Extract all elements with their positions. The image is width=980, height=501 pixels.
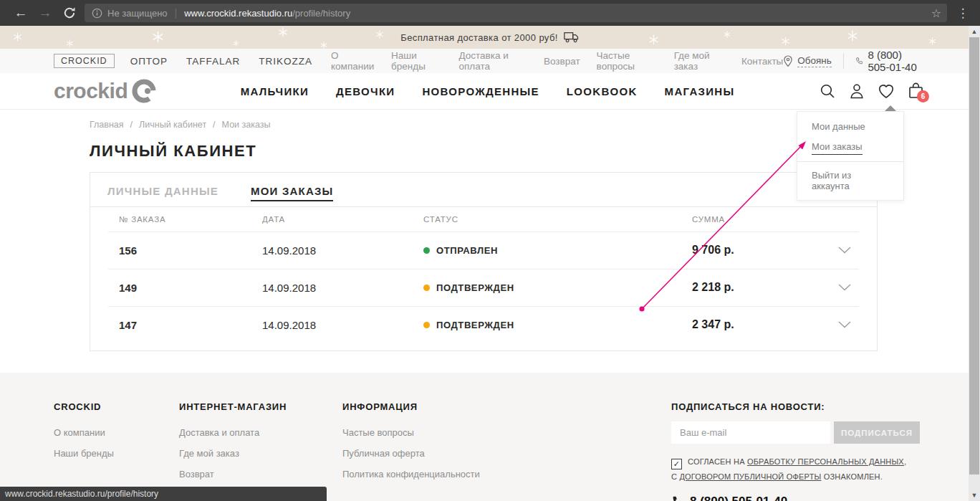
main-nav: МАЛЬЧИКИ ДЕВОЧКИ НОВОРОЖДЕННЫЕ LOOKBOOK … [241,85,735,97]
tabs: ЛИЧНЫЕ ДАННЫЕ МОИ ЗАКАЗЫ [90,173,877,207]
footer-link-privacy[interactable]: Политика конфиденциальности [342,469,579,479]
snowflake-icon [152,31,164,46]
email-input[interactable] [671,421,830,444]
nav-boys[interactable]: МАЛЬЧИКИ [241,85,309,97]
city-selector[interactable]: Обоянь [783,55,832,67]
footer-phone-number: 8 (800) 505-01-40 [690,495,787,501]
nav-stores[interactable]: МАГАЗИНЫ [665,85,735,97]
footer-link-faq[interactable]: Частые вопросы [342,427,579,438]
brand-tab-crockid[interactable]: CROCKID [54,54,115,68]
logo[interactable]: crockid [54,77,158,105]
order-date: 14.09.2018 [262,244,423,257]
free-shipping-text: Бесплатная доставка от 2000 руб! [400,32,558,43]
snowflake-icon [781,36,790,49]
snowflake-icon [375,29,384,42]
chevron-down-icon [838,247,851,254]
breadcrumb-home[interactable]: Главная [90,120,124,130]
browser-menu-icon[interactable]: ⋮ [953,6,973,21]
status-label: ПОДТВЕРЖДЕН [436,282,514,293]
reload-icon [62,6,77,20]
account-button[interactable] [848,82,865,100]
consent-text: ✓СОГЛАСЕН НА ОБРАБОТКУ ПЕРСОНАЛЬНЫХ ДАНН… [671,454,926,485]
search-button[interactable] [819,82,836,100]
scroll-up-button[interactable]: ▲ [969,26,980,37]
brand-tab-optor[interactable]: ОПТОР [130,56,168,67]
scroll-down-button[interactable]: ▼ [969,490,980,501]
menu-item-my-orders[interactable]: Мои заказы [812,141,863,155]
footer-link-about[interactable]: О компании [54,427,179,438]
footer-phone[interactable]: 8 (800) 505-01-40 [671,495,926,501]
subscribe-title: ПОДПИСАТЬСЯ НА НОВОСТИ: [671,401,926,412]
footer-link-delivery[interactable]: Доставка и оплата [179,427,342,438]
link-where-is-my-order[interactable]: Где мой заказ [674,50,725,72]
order-number: 147 [119,319,262,331]
reload-button[interactable] [57,6,82,20]
footer-link-our-brands[interactable]: Наши бренды [54,448,179,459]
footer-link-where-order[interactable]: Где мой заказ [179,448,342,459]
divider [843,53,844,69]
order-row[interactable]: 149 14.09.2018 ПОДТВЕРЖДЕН 2 218 р. [90,269,877,306]
status-label: ОТПРАВЛЕН [436,245,498,256]
link-about[interactable]: О компании [331,50,375,72]
url-host: www.crockid.rekastudio.ru [184,8,292,19]
cart-button[interactable]: 6 [907,82,924,100]
expand-order-button[interactable] [838,321,877,328]
utility-nav: CROCKID ОПТОР TAFFALAR TRIKOZZA О компан… [0,49,980,73]
back-button[interactable]: ← [9,5,33,21]
order-sum: 9 706 р. [692,244,834,257]
forward-button[interactable]: → [33,5,57,21]
order-status: ОТПРАВЛЕН [423,245,692,256]
order-row[interactable]: 156 14.09.2018 ОТПРАВЛЕН 9 706 р. [90,232,877,269]
footer-link-returns[interactable]: Возврат [179,469,342,479]
expand-order-button[interactable] [838,247,877,254]
link-returns[interactable]: Возврат [544,56,580,67]
footer-link-offer[interactable]: Публичная оферта [342,448,579,459]
nav-girls[interactable]: ДЕВОЧКИ [336,85,395,97]
logo-text: crockid [54,79,128,103]
tab-personal-data[interactable]: ЛИЧНЫЕ ДАННЫЕ [107,185,218,206]
status-url-tooltip: www.crockid.rekastudio.ru/profile/histor… [0,487,327,501]
footer: CROCKID О компании Наши бренды ИНТЕРНЕТ-… [0,373,980,501]
order-sum: 2 347 р. [692,318,834,331]
status-url-text: www.crockid.rekastudio.ru/profile/histor… [5,489,158,499]
order-row[interactable]: 147 14.09.2018 ПОДТВЕРЖДЕН 2 347 р. [90,306,877,343]
breadcrumb-account[interactable]: Личный кабинет [139,120,206,130]
city-name[interactable]: Обоянь [797,55,832,67]
status-dot [423,322,430,328]
menu-item-logout[interactable]: Выйти из аккаунта [812,170,889,191]
subscribe-button[interactable]: ПОДПИСАТЬСЯ [834,421,920,444]
header-phone[interactable]: 8 (800) 505-01-40 [855,49,926,73]
footer-col-title: CROCKID [54,401,179,412]
promo-banner[interactable]: Бесплатная доставка от 2000 руб! [0,26,980,49]
tab-my-orders[interactable]: МОИ ЗАКАЗЫ [251,185,333,201]
order-sum: 2 218 р. [692,281,834,294]
expand-order-button[interactable] [838,284,877,291]
link-contacts[interactable]: Контакты [741,56,783,67]
nav-newborns[interactable]: НОВОРОЖДЕННЫЕ [422,85,539,97]
nav-lookbook[interactable]: LOOKBOOK [567,85,638,97]
header-phone-number: 8 (800) 505-01-40 [868,49,926,73]
order-number: 149 [119,282,262,294]
wishlist-button[interactable] [878,82,895,100]
brand-tab-taffalar[interactable]: TAFFALAR [186,56,240,67]
public-offer-link[interactable]: ДОГОВОРОМ ПУБЛИЧНОЙ ОФЕРТЫ [679,472,821,481]
link-delivery-payment[interactable]: Доставка и оплата [459,50,527,72]
snowflake-icon [648,34,659,48]
snowflake-icon [724,28,731,41]
orders-table-header: № ЗАКАЗА ДАТА СТАТУС СУММА [90,207,877,232]
scrollbar[interactable]: ▲ ▼ [969,26,980,501]
url-bar[interactable]: Не защищено | www.crockid.rekastudio.ru … [85,4,947,22]
dropdown-pointer [885,105,896,111]
scrollbar-thumb[interactable] [969,37,979,474]
chevron-down-icon [838,284,851,291]
consent-checkbox[interactable]: ✓ [671,459,682,469]
link-our-brands[interactable]: Наши бренды [391,50,442,72]
link-faq[interactable]: Частые вопросы [597,50,658,72]
info-icon[interactable] [92,8,102,19]
location-pin-icon [783,55,793,67]
brand-tab-trikozza[interactable]: TRIKOZZA [259,56,312,67]
menu-item-my-data[interactable]: Мои данные [812,121,889,132]
chevron-down-icon [838,321,851,328]
personal-data-link[interactable]: ОБРАБОТКУ ПЕРСОНАЛЬНЫХ ДАННЫХ [747,457,904,466]
bookmark-star-icon[interactable]: ☆ [931,6,941,20]
